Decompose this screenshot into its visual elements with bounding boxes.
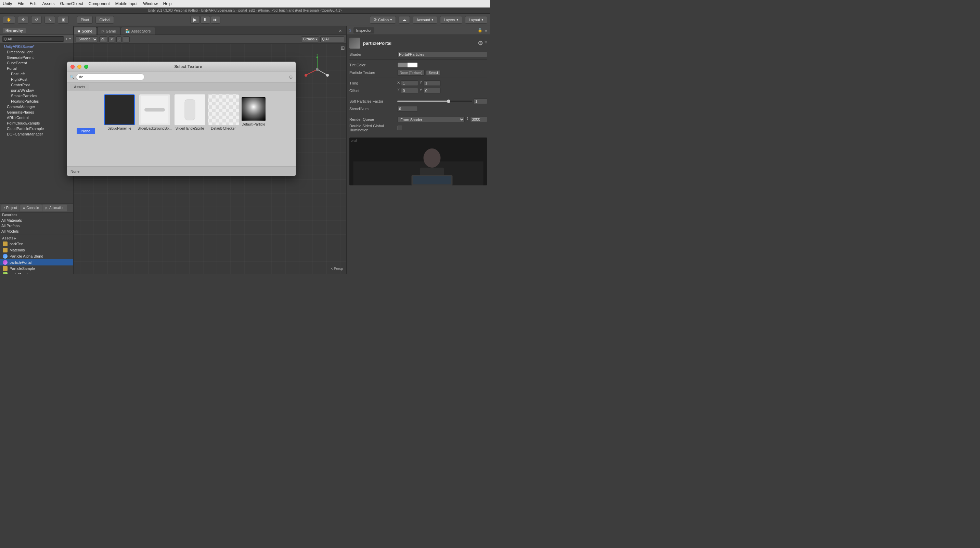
slider-bg-thumb — [139, 94, 170, 125]
texture-item-slider-handle[interactable]: SliderHandleSprite — [175, 94, 205, 130]
slider-bg-label: SliderBackgroundSp... — [138, 127, 172, 130]
particle-thumb — [242, 97, 266, 121]
svg-rect-27 — [185, 100, 195, 120]
texture-item-particle[interactable]: Default-Particle — [242, 97, 266, 126]
texture-item-slider-bg[interactable]: SliderBackgroundSp... — [138, 94, 172, 130]
dialog-search-bar: 🔍 ⊖ — [67, 71, 296, 83]
debug-plane-thumb — [104, 94, 135, 125]
dialog-minimize-btn[interactable] — [77, 65, 81, 69]
footer-none-text: None — [70, 169, 80, 173]
search-icon: 🔍 — [70, 75, 75, 79]
dialog-content: None debugPlaneTile SliderBackgroundSp..… — [67, 91, 296, 166]
svg-rect-25 — [145, 108, 165, 111]
dialog-footer: None — — — — [67, 166, 296, 176]
dialog-title: Select Texture — [91, 64, 285, 69]
particle-label: Default-Particle — [242, 122, 265, 126]
texture-item-checker[interactable]: Default-Checker — [208, 94, 239, 130]
dialog-tab-bar: Assets — [67, 83, 296, 91]
select-texture-dialog: Select Texture 🔍 ⊖ Assets None debugPlan… — [67, 62, 296, 176]
none-placeholder — [70, 94, 101, 125]
dialog-titlebar: Select Texture — [67, 62, 296, 71]
debug-plane-label: debugPlaneTile — [107, 127, 131, 130]
dialog-close-btn[interactable] — [70, 65, 75, 69]
dialog-overlay: Select Texture 🔍 ⊖ Assets None debugPlan… — [0, 0, 490, 274]
texture-item-none[interactable]: None — [70, 94, 101, 134]
checker-thumb — [208, 94, 239, 125]
dialog-zoom-btn[interactable] — [84, 65, 88, 69]
slider-handle-label: SliderHandleSprite — [175, 127, 204, 130]
slider-handle-svg — [176, 96, 204, 124]
dialog-slider-icon[interactable]: ⊖ — [289, 74, 293, 80]
checker-label: Default-Checker — [211, 127, 235, 130]
slider-bg-svg — [141, 96, 169, 124]
dialog-search-input[interactable] — [76, 73, 145, 80]
slider-handle-thumb — [175, 94, 205, 125]
footer-divider: — — — — [80, 169, 292, 173]
none-button[interactable]: None — [76, 128, 95, 134]
assets-tab[interactable]: Assets — [70, 84, 89, 90]
texture-item-debug-plane[interactable]: debugPlaneTile — [104, 94, 135, 130]
